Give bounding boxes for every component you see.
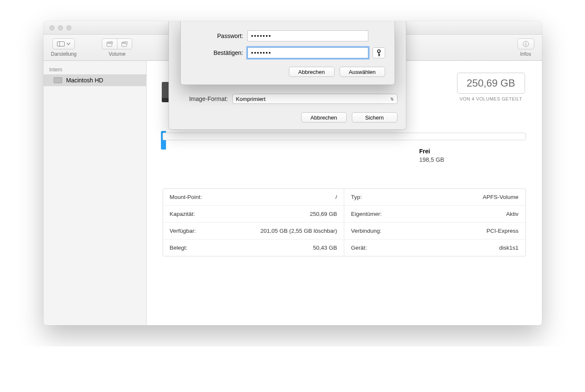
sidebar-item-macintosh-hd[interactable]: Macintosh HD [44, 74, 146, 86]
detail-row: Eigentümer:Aktiv [344, 206, 525, 223]
volume-label: Volume [109, 51, 125, 57]
password-label: Passwort: [190, 33, 243, 39]
confirm-password-input[interactable] [248, 47, 368, 58]
volume-plus-icon [106, 41, 113, 47]
sidebar-item-label: Macintosh HD [66, 77, 103, 84]
svg-rect-0 [57, 41, 65, 46]
details-table: Mount-Point:/ Kapazität:250,69 GB Verfüg… [163, 188, 526, 256]
info-label: Infos [520, 51, 531, 57]
password-choose-button[interactable]: Auswählen [340, 67, 385, 77]
image-format-value: Komprimiert [236, 96, 266, 102]
info-button[interactable] [517, 38, 534, 49]
free-value: 198,5 GB [419, 156, 504, 163]
usage-bar [163, 133, 526, 140]
svg-point-16 [525, 42, 526, 43]
zoom-window-button[interactable] [66, 25, 71, 30]
disk-icon [54, 77, 62, 83]
sidebar-icon [57, 41, 65, 46]
confirm-label: Bestätigen: [190, 49, 243, 56]
size-badge: 250,69 GB [457, 73, 525, 94]
detail-row: Typ:APFS-Volume [344, 189, 525, 206]
detail-row: Gerät:disk1s1 [344, 240, 525, 256]
detail-row: Verbindung:PCI-Express [344, 223, 525, 240]
sidebar-section-header: Intern [44, 64, 146, 74]
key-icon [376, 49, 382, 57]
password-assistant-button[interactable] [373, 47, 385, 58]
view-button[interactable] [52, 38, 75, 49]
view-label: Darstellung [51, 51, 77, 57]
password-sheet: Passwort: Bestätigen: Abbrechen Auswähle… [180, 21, 395, 85]
detail-row: Verfügbar:201,05 GB (2,55 GB löschbar) [163, 223, 344, 240]
free-label: Frei [419, 148, 504, 155]
volume-minus-icon [121, 41, 128, 47]
size-subtext: VON 4 VOLUMES GETEILT [457, 96, 525, 101]
sheet-save-button[interactable]: Sichern [352, 112, 397, 122]
sheet-cancel-button[interactable]: Abbrechen [301, 112, 347, 122]
close-window-button[interactable] [49, 25, 54, 30]
image-format-select[interactable]: Komprimiert ⇅ [232, 94, 397, 104]
add-volume-button[interactable] [102, 38, 117, 49]
minimize-window-button[interactable] [58, 25, 63, 30]
chevron-down-icon [67, 43, 70, 45]
detail-row: Mount-Point:/ [163, 189, 344, 206]
volume-buttons [102, 38, 132, 49]
updown-icon: ⇅ [390, 97, 394, 101]
password-input[interactable] [248, 30, 368, 41]
detail-row: Belegt:50,43 GB [163, 240, 344, 256]
format-label: Image-Format: [177, 95, 228, 102]
info-icon [522, 41, 529, 47]
svg-point-18 [377, 50, 380, 52]
remove-volume-button[interactable] [117, 38, 132, 49]
password-cancel-button[interactable]: Abbrechen [289, 67, 335, 77]
size-summary: 250,69 GB VON 4 VOLUMES GETEILT [457, 73, 525, 101]
window-controls [44, 25, 71, 30]
disk-utility-window: Festplattendienstprogramm Darstellung Vo… [44, 21, 542, 325]
sidebar: Intern Macintosh HD [44, 61, 147, 325]
detail-row: Kapazität:250,69 GB [163, 206, 344, 223]
